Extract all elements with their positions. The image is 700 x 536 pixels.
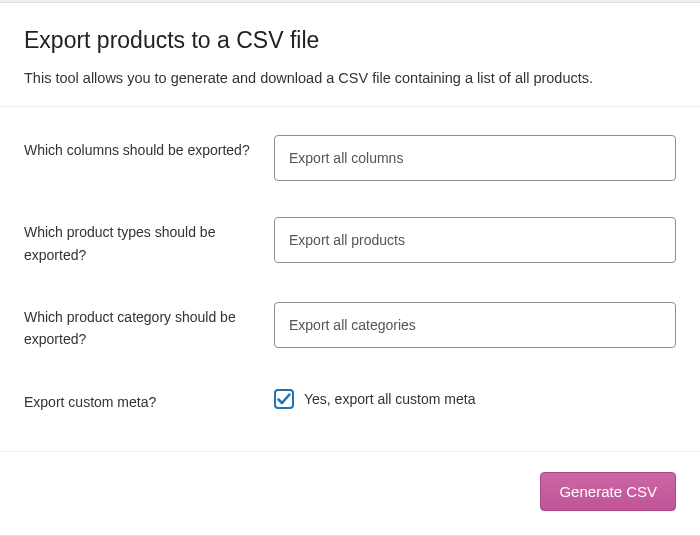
select-columns[interactable]: Export all columns bbox=[274, 135, 676, 181]
label-types: Which product types should be exported? bbox=[24, 217, 274, 266]
check-icon bbox=[277, 392, 291, 406]
checkbox-meta-label: Yes, export all custom meta bbox=[304, 391, 475, 407]
label-meta: Export custom meta? bbox=[24, 387, 274, 413]
control-types: Export all products bbox=[274, 217, 676, 263]
row-types: Which product types should be exported? … bbox=[24, 199, 676, 284]
panel-header: Export products to a CSV file This tool … bbox=[0, 3, 700, 107]
control-meta: Yes, export all custom meta bbox=[274, 387, 676, 409]
checkbox-meta-wrap: Yes, export all custom meta bbox=[274, 387, 676, 409]
select-types[interactable]: Export all products bbox=[274, 217, 676, 263]
label-category: Which product category should be exporte… bbox=[24, 302, 274, 351]
page-description: This tool allows you to generate and dow… bbox=[24, 68, 676, 88]
panel-footer: Generate CSV bbox=[0, 451, 700, 535]
page-title: Export products to a CSV file bbox=[24, 27, 676, 54]
row-meta: Export custom meta? Yes, export all cust… bbox=[24, 369, 676, 431]
control-category: Export all categories bbox=[274, 302, 676, 348]
panel-body: Which columns should be exported? Export… bbox=[0, 107, 700, 451]
row-columns: Which columns should be exported? Export… bbox=[24, 117, 676, 199]
generate-csv-button[interactable]: Generate CSV bbox=[540, 472, 676, 511]
control-columns: Export all columns bbox=[274, 135, 676, 181]
row-category: Which product category should be exporte… bbox=[24, 284, 676, 369]
checkbox-meta[interactable] bbox=[274, 389, 294, 409]
select-category[interactable]: Export all categories bbox=[274, 302, 676, 348]
export-panel: Export products to a CSV file This tool … bbox=[0, 2, 700, 536]
label-columns: Which columns should be exported? bbox=[24, 135, 274, 161]
